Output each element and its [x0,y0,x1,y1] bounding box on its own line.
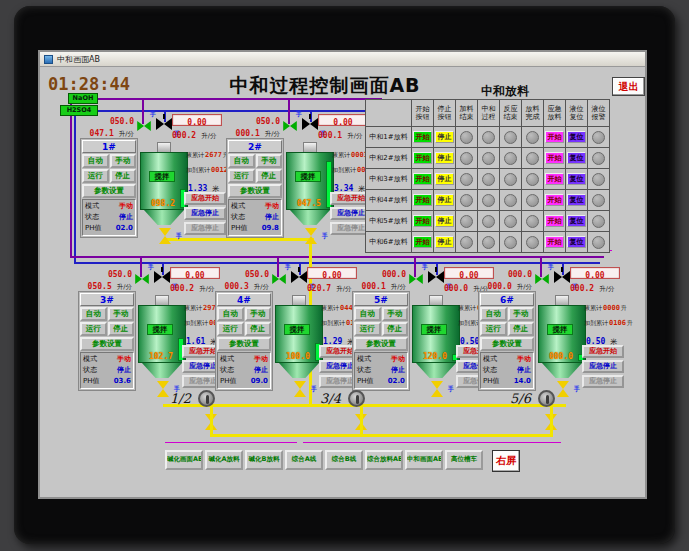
emergency-discharge-chip[interactable]: 开始 [545,131,564,143]
manual-button[interactable]: 手动 [256,154,283,168]
run-button[interactable]: 运行 [80,322,107,336]
manual-button[interactable]: 手动 [508,307,535,321]
params-button[interactable]: 参数设置 [217,337,271,351]
run-button[interactable]: 运行 [228,169,255,183]
discharge-done-indicator [526,131,539,144]
reaction-done-indicator [504,152,517,165]
tank-graphic: 搅拌 120.0 [412,295,460,381]
tank-control-panel: 4# 自动 手动 运行 停止 参数设置 模式手动 状态停止 PH值09.0 [215,291,273,391]
feed-done-indicator [460,131,473,144]
emergency-discharge-chip[interactable]: 开始 [545,194,564,206]
stop-chip[interactable]: 停止 [435,152,454,164]
nav-button[interactable]: 碱化B放料 [245,450,283,470]
emergency-stop-button[interactable]: 应急停止 [184,207,226,220]
valve-manual-tag: 手 [150,110,156,119]
row-label: 中和5#放料 [366,211,412,232]
params-button[interactable]: 参数设置 [480,337,534,351]
stop-button[interactable]: 停止 [110,169,137,183]
nav-button[interactable]: 碱化A放料 [205,450,243,470]
tank-value: 000.0 [539,352,583,361]
run-button[interactable]: 运行 [480,322,507,336]
section-divider [303,442,561,443]
auto-button[interactable]: 自动 [82,154,109,168]
stop-button[interactable]: 停止 [108,322,135,336]
auto-button[interactable]: 自动 [228,154,255,168]
nav-button[interactable]: 中和画面AB [405,450,443,470]
params-button[interactable]: 参数设置 [82,184,136,198]
pump-icon [198,390,215,407]
nav-button[interactable]: 综合A线 [285,450,323,470]
row-label: 中和2#放料 [366,148,412,169]
auto-button[interactable]: 自动 [354,307,381,321]
run-button[interactable]: 运行 [82,169,109,183]
stop-chip[interactable]: 停止 [435,194,454,206]
params-button[interactable]: 参数设置 [80,337,134,351]
nav-button[interactable]: 综合放料AB [365,450,403,470]
level-reset-chip[interactable]: 复位 [567,194,586,206]
window-titlebar[interactable]: 中和画面AB [40,52,645,67]
exit-button[interactable]: 退出 [612,77,645,96]
start-chip[interactable]: 开始 [413,215,432,227]
stop-button[interactable]: 停止 [508,322,535,336]
stop-button[interactable]: 停止 [245,322,272,336]
discharge-done-indicator [526,215,539,228]
stop-chip[interactable]: 停止 [435,236,454,248]
valve-manual-tag: 手 [148,263,154,272]
emergency-discharge-chip[interactable]: 开始 [545,152,564,164]
params-button[interactable]: 参数设置 [354,337,408,351]
emergency-start-button[interactable]: 应急开始 [184,192,226,205]
emergency-discharge-chip[interactable]: 开始 [545,215,564,227]
stop-chip[interactable]: 停止 [435,215,454,227]
auto-button[interactable]: 自动 [480,307,507,321]
mixer-label: 搅拌 [295,171,321,182]
level-reset-chip[interactable]: 复位 [567,215,586,227]
emergency-stop-disabled-button[interactable]: 应急停止 [184,222,226,235]
start-chip[interactable]: 开始 [413,152,432,164]
outlet-valve-icon [159,228,171,244]
flow-unit: 升/分 [254,283,269,291]
pump-group: 1/2 [170,390,215,407]
manual-button[interactable]: 手动 [245,307,272,321]
run-button[interactable]: 运行 [354,322,381,336]
outlet-valve-icon [157,381,169,397]
stop-button[interactable]: 停止 [382,322,409,336]
flow-unit: 升/分 [517,283,532,291]
run-button[interactable]: 运行 [217,322,244,336]
emergency-discharge-chip[interactable]: 开始 [545,236,564,248]
emergency-stop-disabled-button[interactable]: 应急停止 [582,375,624,388]
start-chip[interactable]: 开始 [413,236,432,248]
tank-body: 搅拌 000.0 [538,305,586,363]
stop-chip[interactable]: 停止 [435,173,454,185]
start-chip[interactable]: 开始 [413,131,432,143]
page-title: 中和过程控制画面AB [190,73,460,99]
dosing-valve-icon [554,271,570,283]
manual-button[interactable]: 手动 [110,154,137,168]
nav-button[interactable]: 综合B线 [325,450,363,470]
stop-button[interactable]: 停止 [256,169,283,183]
level-reset-chip[interactable]: 复位 [567,236,586,248]
auto-button[interactable]: 自动 [80,307,107,321]
start-chip[interactable]: 开始 [413,194,432,206]
auto-button[interactable]: 自动 [217,307,244,321]
level-alarm-indicator [592,215,605,228]
mode-value: 手动 [254,354,268,365]
emergency-start-button[interactable]: 应急开始 [582,345,624,358]
dosing-valve-icon [156,118,172,130]
pump-icon [348,390,365,407]
emergency-stop-button[interactable]: 应急停止 [582,360,624,373]
emergency-discharge-chip[interactable]: 开始 [545,173,564,185]
level-reset-chip[interactable]: 复位 [567,173,586,185]
manual-button[interactable]: 手动 [382,307,409,321]
nav-button[interactable]: 碱化画面AB [165,450,203,470]
level-reset-chip[interactable]: 复位 [567,152,586,164]
start-chip[interactable]: 开始 [413,173,432,185]
level-reset-chip[interactable]: 复位 [567,131,586,143]
mode-value: 手动 [119,201,133,212]
nav-button[interactable]: 高位槽车 [445,450,483,470]
tank-graphic: 搅拌 100.0 [275,295,323,381]
tank-cone [142,363,182,378]
params-button[interactable]: 参数设置 [228,184,282,198]
right-screen-button[interactable]: 右屏 [492,450,520,472]
manual-button[interactable]: 手动 [108,307,135,321]
stop-chip[interactable]: 停止 [435,131,454,143]
